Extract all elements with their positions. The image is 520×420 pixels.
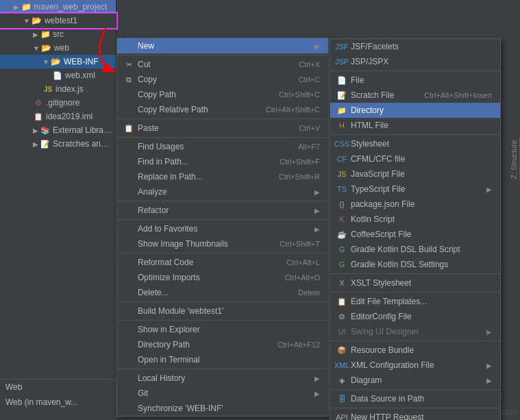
scratch-icon: 📝 [40, 138, 51, 149]
submenu-item-edit-templates[interactable]: 📋 Edit File Templates... [330, 294, 500, 309]
submenu-item-jsf[interactable]: JSF JSF/Facelets [330, 39, 500, 54]
submenu-item-kotlin[interactable]: K Kotlin Script [330, 212, 500, 227]
submenu-item-directory[interactable]: 📁 Directory [330, 103, 500, 118]
submenu-item-coffee[interactable]: ☕ CoffeeScript File [330, 227, 500, 242]
menu-item-optimize-imports[interactable]: Optimize Imports Ctrl+Alt+O [117, 270, 328, 285]
menu-shortcut: Ctrl+C [299, 75, 320, 84]
menu-item-build-module[interactable]: Build Module 'webtest1' [117, 304, 328, 319]
menu-item-image-thumbnails[interactable]: Show Image Thumbnails Ctrl+Shift+T [117, 236, 328, 251]
submenu-arrow-icon: ▶ [486, 377, 492, 384]
sidebar-item-maven[interactable]: ▶ maven_web_project [0, 0, 116, 14]
menu-item-open-terminal[interactable]: Open in Terminal [117, 352, 328, 367]
gradle-settings-icon: G [336, 259, 348, 270]
menu-shortcut: Ctrl+Shift+F [280, 158, 320, 166]
submenu-item-package-json[interactable]: {} package.json File [330, 197, 500, 212]
cut-icon: ✂ [123, 59, 135, 70]
bottom-tab-web[interactable]: Web [0, 380, 116, 395]
menu-item-reformat[interactable]: Reformat Code Ctrl+Alt+L [117, 255, 328, 270]
menu-shortcut: Ctrl+X [299, 60, 320, 69]
html-icon: H [336, 120, 348, 131]
menu-item-copy-path[interactable]: Copy Path Ctrl+Shift+C [117, 87, 328, 102]
submenu-item-label: JSP/JSPX [351, 57, 388, 66]
submenu-item-js[interactable]: JS JavaScript File [330, 166, 500, 182]
sidebar-item-web[interactable]: ▼ web [0, 41, 116, 55]
menu-item-find-usages[interactable]: Find Usages Alt+F7 [117, 139, 328, 154]
submenu-item-left: JS JavaScript File [336, 169, 405, 180]
jsf-icon: JSF [336, 41, 348, 52]
submenu-item-http-request[interactable]: API New HTTP Request [330, 410, 500, 420]
sidebar-item-webxml[interactable]: 📄 web.xml [0, 69, 116, 82]
git-menu-icon [123, 388, 135, 399]
submenu-item-jsp[interactable]: JSP JSP/JSPX [330, 54, 500, 69]
submenu-item-xml-config[interactable]: XML XML Configuration File ▶ [330, 358, 500, 373]
submenu-arrow-icon: ▶ [314, 225, 320, 233]
submenu-item-resource-bundle[interactable]: 📦 Resource Bundle [330, 343, 500, 358]
menu-item-find-in-path[interactable]: Find in Path... Ctrl+Shift+F [117, 154, 328, 169]
menu-item-new[interactable]: New ▶ [117, 38, 328, 53]
submenu-item-scratch[interactable]: 📝 Scratch File Ctrl+Alt+Shift+Insert [330, 88, 500, 103]
file-icon: 📄 [336, 75, 348, 86]
bottom-tab-web-maven[interactable]: Web (in maven_w... [0, 395, 116, 410]
bottom-tab-label: Web (in maven_w... [5, 397, 77, 407]
sidebar-item-src[interactable]: ▶ src [0, 27, 116, 41]
menu-item-label: Cut [138, 60, 151, 69]
menu-item-local-history[interactable]: Local History ▶ [117, 371, 328, 386]
paste-icon: 📋 [123, 123, 135, 134]
submenu-separator [330, 408, 500, 408]
chevron-right-icon: ▶ [33, 127, 38, 134]
submenu-item-left: CSS Stylesheet [336, 138, 389, 149]
submenu-separator [330, 273, 500, 274]
submenu-item-cfml[interactable]: CF CFML/CFC file [330, 151, 500, 166]
menu-item-add-favorites[interactable]: Add to Favorites ▶ [117, 221, 328, 236]
menu-item-analyze[interactable]: Analyze ▶ [117, 184, 328, 199]
menu-item-paste[interactable]: 📋 Paste Ctrl+V [117, 121, 328, 136]
sidebar-item-scratches[interactable]: ▶ 📝 Scratches and Co... [0, 137, 116, 151]
folder-icon [21, 1, 32, 12]
sidebar-item-external-libraries[interactable]: ▶ 📚 External Libraries [0, 123, 116, 137]
menu-item-cut[interactable]: ✂ Cut Ctrl+X [117, 57, 328, 72]
menu-item-show-explorer[interactable]: Show in Explorer [117, 322, 328, 337]
submenu-item-gradle-build[interactable]: G Gradle Kotlin DSL Build Script [330, 242, 500, 257]
submenu-item-file[interactable]: 📄 File [330, 73, 500, 88]
menu-shortcut: Ctrl+Shift+T [280, 240, 320, 248]
submenu-item-editorconfig[interactable]: ⚙ EditorConfig File [330, 309, 500, 324]
menu-separator [117, 137, 328, 138]
submenu-item-stylesheet[interactable]: CSS Stylesheet [330, 136, 500, 151]
menu-item-copy-relative-path[interactable]: Copy Relative Path Ctrl+Alt+Shift+C [117, 102, 328, 117]
menu-item-refactor[interactable]: Refactor ▶ [117, 203, 328, 218]
menu-item-left: Open in Terminal [123, 354, 200, 365]
sidebar-item-label: .gitignore [46, 98, 79, 108]
submenu-panel-new: JSF JSF/Facelets JSP JSP/JSPX 📄 File 📝 S… [330, 38, 501, 420]
submenu-item-xslt[interactable]: X XSLT Stylesheet [330, 275, 500, 291]
menu-item-copy[interactable]: ⧉ Copy Ctrl+C [117, 72, 328, 87]
sidebar-item-indexjs[interactable]: JS index.js [0, 82, 116, 96]
menu-item-replace-in-path[interactable]: Replace in Path... Ctrl+Shift+R [117, 169, 328, 184]
submenu-item-html[interactable]: H HTML File [330, 118, 500, 133]
menu-item-git[interactable]: Git ▶ [117, 386, 328, 401]
sidebar-item-iml[interactable]: 📋 idea2019.iml [0, 110, 116, 123]
stylesheet-icon: CSS [336, 138, 348, 149]
chevron-down-icon: ▼ [23, 17, 30, 25]
menu-item-synchronize[interactable]: Synchronize 'WEB-INF' [117, 401, 328, 416]
submenu-item-datasource[interactable]: 🗄 Data Source in Path [330, 391, 500, 406]
menu-item-delete[interactable]: Delete... Delete [117, 285, 328, 300]
iml-icon: 📋 [33, 111, 44, 122]
menu-item-directory-path[interactable]: Directory Path Ctrl+Alt+F12 [117, 337, 328, 352]
sidebar-item-label: web [54, 43, 69, 53]
submenu-item-gradle-settings[interactable]: G Gradle Kotlin DSL Settings [330, 257, 500, 272]
sidebar-item-webtest1[interactable]: ▼ webtest1 [0, 14, 116, 27]
new-icon [123, 40, 135, 51]
find-usages-icon [123, 141, 135, 152]
sidebar-item-webinf[interactable]: ▼ WEB-INF [0, 55, 116, 69]
submenu-item-diagram[interactable]: ◈ Diagram ▶ [330, 373, 500, 388]
submenu-item-left: 🗄 Data Source in Path [336, 393, 424, 404]
swing-icon: UI [336, 326, 348, 337]
menu-item-left: Show Image Thumbnails [123, 238, 228, 249]
submenu-item-label: package.json File [351, 199, 414, 209]
submenu-item-label: XML Configuration File [351, 360, 434, 370]
sidebar-item-gitignore[interactable]: ⚙ .gitignore [0, 96, 116, 110]
sidebar-item-label: WEB-INF [64, 57, 99, 66]
submenu-item-ts[interactable]: TS TypeScript File ▶ [330, 182, 500, 197]
submenu-item-label: Directory [351, 106, 384, 115]
sidebar-item-label: Scratches and Co... [53, 139, 113, 149]
